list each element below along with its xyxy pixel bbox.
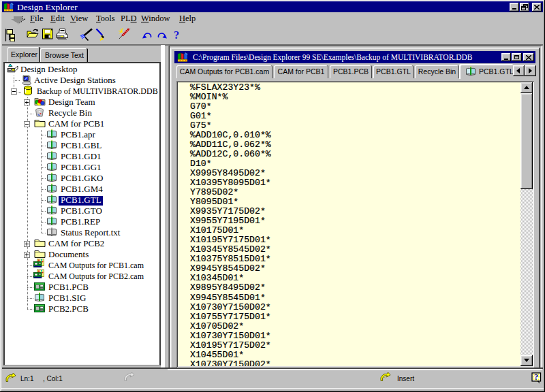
- svg-text:?: ?: [534, 372, 538, 382]
